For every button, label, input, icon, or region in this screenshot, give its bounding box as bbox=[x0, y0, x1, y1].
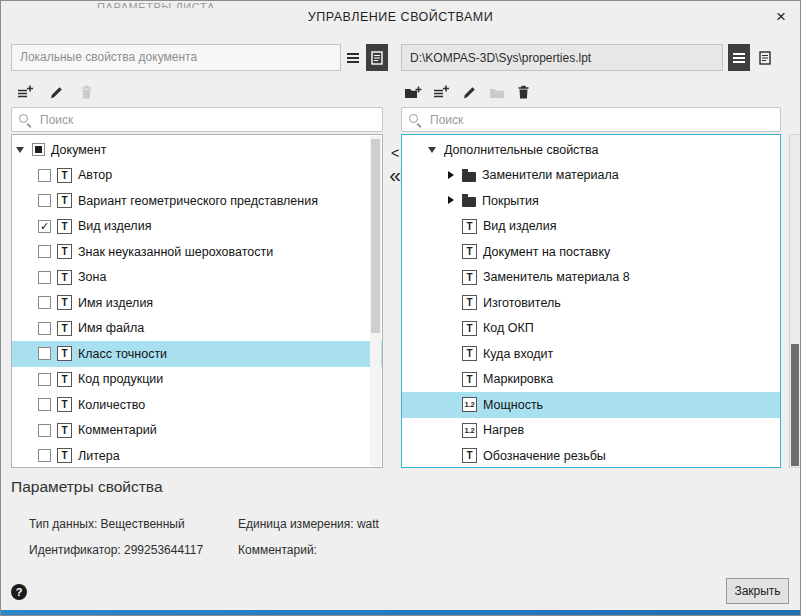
right-search-input[interactable] bbox=[428, 112, 774, 128]
tree-item[interactable]: T Обозначение резьбы bbox=[402, 443, 780, 468]
checkbox[interactable] bbox=[38, 449, 51, 462]
tree-item[interactable]: T Маркировка bbox=[402, 367, 780, 393]
expand-arrow-icon[interactable] bbox=[446, 221, 456, 232]
expand-arrow-icon[interactable] bbox=[446, 348, 456, 359]
tree-item[interactable]: Документ bbox=[12, 137, 382, 163]
right-list-view-button[interactable] bbox=[728, 44, 750, 71]
expand-arrow-icon[interactable] bbox=[446, 170, 456, 181]
right-document-view-button[interactable] bbox=[754, 44, 776, 71]
expand-arrow-icon[interactable] bbox=[22, 272, 32, 283]
delete-property-button[interactable] bbox=[509, 79, 537, 105]
tree-item-label: Документ bbox=[51, 143, 106, 157]
expand-arrow-icon[interactable] bbox=[446, 246, 456, 257]
checkbox[interactable] bbox=[38, 398, 51, 411]
create-property-button[interactable] bbox=[11, 79, 39, 105]
delete-property-button[interactable] bbox=[72, 79, 100, 105]
checkbox[interactable] bbox=[38, 296, 51, 309]
expand-arrow-icon[interactable] bbox=[22, 374, 32, 385]
checkbox[interactable] bbox=[38, 347, 51, 360]
tree-item[interactable]: T Имя изделия bbox=[12, 290, 382, 316]
right-scrollbar[interactable] bbox=[789, 134, 801, 468]
left-list-view-button[interactable] bbox=[342, 44, 364, 71]
type-icon: T bbox=[57, 397, 72, 412]
checkbox[interactable] bbox=[38, 194, 51, 207]
expand-arrow-icon[interactable] bbox=[22, 195, 32, 206]
tree-item[interactable]: T Вид изделия bbox=[402, 214, 780, 240]
tree-item[interactable]: 1.2 Мощность bbox=[402, 392, 780, 418]
left-scrollbar-thumb[interactable] bbox=[371, 139, 380, 333]
tree-item[interactable]: T Код продукции bbox=[12, 367, 382, 393]
window-bottom-accent bbox=[1, 610, 800, 615]
expand-arrow-icon[interactable] bbox=[22, 323, 32, 334]
tree-item[interactable]: T Код ОКП bbox=[402, 316, 780, 342]
expand-arrow-icon[interactable] bbox=[22, 221, 32, 232]
expand-arrow-icon[interactable] bbox=[446, 323, 456, 334]
checkbox[interactable]: ✓ bbox=[38, 220, 51, 233]
left-search-input[interactable] bbox=[38, 112, 376, 128]
expand-arrow-icon[interactable] bbox=[22, 450, 32, 461]
expand-arrow-icon[interactable] bbox=[16, 144, 26, 155]
tree-item-label: Куда входит bbox=[483, 347, 553, 361]
data-type-line: Тип данных: Вещественный bbox=[29, 517, 185, 531]
expand-arrow-icon[interactable] bbox=[446, 450, 456, 461]
expand-arrow-icon[interactable] bbox=[22, 246, 32, 257]
tree-item[interactable]: T Вариант геометрического представления bbox=[12, 188, 382, 214]
library-path-field[interactable] bbox=[401, 44, 723, 71]
close-icon[interactable]: × bbox=[770, 6, 792, 28]
tree-item[interactable]: Дополнительные свойства bbox=[402, 137, 780, 163]
help-icon[interactable]: ? bbox=[11, 584, 27, 600]
checkbox[interactable] bbox=[38, 424, 51, 437]
left-scrollbar[interactable] bbox=[370, 136, 381, 466]
checkbox[interactable] bbox=[38, 322, 51, 335]
tree-item[interactable]: T Автор bbox=[12, 163, 382, 189]
checkbox[interactable] bbox=[32, 143, 45, 156]
type-icon: T bbox=[57, 295, 72, 310]
close-dialog-button[interactable]: Закрыть bbox=[726, 578, 789, 604]
tree-item[interactable]: T Знак неуказанной шероховатости bbox=[12, 239, 382, 265]
unit-value: watt bbox=[357, 517, 379, 531]
expand-arrow-icon[interactable] bbox=[446, 425, 456, 436]
tree-item[interactable]: T Куда входит bbox=[402, 341, 780, 367]
expand-arrow-icon[interactable] bbox=[446, 272, 456, 283]
tree-item-label: Обозначение резьбы bbox=[483, 449, 606, 463]
expand-arrow-icon[interactable] bbox=[22, 297, 32, 308]
expand-arrow-icon[interactable] bbox=[446, 399, 456, 410]
expand-arrow-icon[interactable] bbox=[22, 399, 32, 410]
tree-item[interactable]: Заменители материала bbox=[402, 163, 780, 189]
expand-arrow-icon[interactable] bbox=[22, 170, 32, 181]
checkbox[interactable] bbox=[38, 245, 51, 258]
expand-arrow-icon[interactable] bbox=[22, 348, 32, 359]
tree-item[interactable]: T Количество bbox=[12, 392, 382, 418]
type-icon bbox=[462, 197, 476, 207]
tree-item[interactable]: Покрытия bbox=[402, 188, 780, 214]
create-property-button[interactable] bbox=[427, 79, 455, 105]
right-scrollbar-thumb[interactable] bbox=[791, 344, 799, 466]
checkbox[interactable] bbox=[38, 373, 51, 386]
expand-arrow-icon[interactable] bbox=[22, 425, 32, 436]
local-properties-source-select[interactable]: Локальные свойства документа bbox=[11, 44, 341, 71]
checkbox[interactable] bbox=[38, 271, 51, 284]
tree-item[interactable]: 1.2 Нагрев bbox=[402, 418, 780, 444]
tree-item[interactable]: T Зона bbox=[12, 265, 382, 291]
expand-arrow-icon[interactable] bbox=[428, 144, 438, 155]
type-icon: T bbox=[57, 321, 72, 336]
tree-item[interactable]: T Изготовитель bbox=[402, 290, 780, 316]
tree-item[interactable]: T Документ на поставку bbox=[402, 239, 780, 265]
comment-label: Комментарий: bbox=[238, 543, 317, 557]
checkbox[interactable] bbox=[38, 169, 51, 182]
move-property-button[interactable] bbox=[483, 79, 511, 105]
expand-arrow-icon[interactable] bbox=[446, 374, 456, 385]
expand-arrow-icon[interactable] bbox=[446, 297, 456, 308]
create-folder-button[interactable] bbox=[399, 79, 427, 105]
edit-property-button[interactable] bbox=[455, 79, 483, 105]
tree-item[interactable]: T Комментарий bbox=[12, 418, 382, 444]
type-icon: T bbox=[462, 295, 477, 310]
left-document-view-button[interactable] bbox=[366, 44, 388, 71]
tree-item[interactable]: ✓ T Вид изделия bbox=[12, 214, 382, 240]
tree-item[interactable]: T Имя файла bbox=[12, 316, 382, 342]
tree-item[interactable]: T Класс точности bbox=[12, 341, 382, 367]
edit-property-button[interactable] bbox=[42, 79, 70, 105]
expand-arrow-icon[interactable] bbox=[446, 195, 456, 206]
tree-item[interactable]: T Литера bbox=[12, 443, 382, 468]
tree-item[interactable]: T Заменитель материала 8 bbox=[402, 265, 780, 291]
